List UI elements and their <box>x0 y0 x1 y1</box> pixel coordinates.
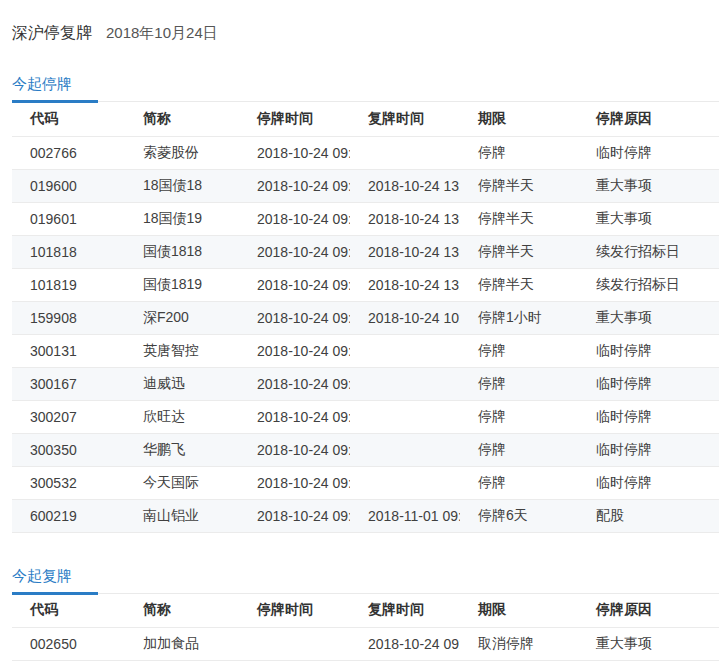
table-cell: 配股 <box>578 499 719 532</box>
table-cell: 2018-10-24 13:00 <box>350 268 460 301</box>
table-row: 002766索菱股份2018-10-24 09:30停牌临时停牌 <box>12 136 719 169</box>
table-cell: 续发行招标日 <box>578 268 719 301</box>
table-cell: 临时停牌 <box>578 466 719 499</box>
table-cell: 停牌半天 <box>460 235 578 268</box>
table-cell: 停牌 <box>460 334 578 367</box>
table-cell: 停牌1小时 <box>460 301 578 334</box>
table-cell: 停牌 <box>460 433 578 466</box>
table-cell: 101819 <box>12 268 125 301</box>
page: 深沪停复牌2018年10月24日 今起停牌 代码简称停牌时间复牌时间期限停牌原因… <box>0 0 719 661</box>
table-cell: 国债1818 <box>125 235 239 268</box>
table-cell: 2018-10-24 09:30 <box>239 433 350 466</box>
table-cell: 002766 <box>12 136 125 169</box>
table-cell: 2018-11-01 09:30 <box>350 499 460 532</box>
table-cell <box>350 400 460 433</box>
table-cell <box>350 433 460 466</box>
table-cell: 今天国际 <box>125 466 239 499</box>
table-cell: 停牌 <box>460 400 578 433</box>
table-row: 002650加加食品2018-10-24 09:30取消停牌重大事项 <box>12 628 719 661</box>
table-row: 600219南山铝业2018-10-24 09:302018-11-01 09:… <box>12 499 719 532</box>
section-resume-today: 今起复牌 代码简称停牌时间复牌时间期限停牌原因 002650加加食品2018-1… <box>0 567 719 662</box>
table-cell: 华鹏飞 <box>125 433 239 466</box>
suspend-tabbar: 今起停牌 <box>12 75 719 102</box>
table-cell: 2018-10-24 13:00 <box>350 169 460 202</box>
table-cell: 临时停牌 <box>578 433 719 466</box>
tab-resume-today[interactable]: 今起复牌 <box>12 568 98 593</box>
resume-table: 代码简称停牌时间复牌时间期限停牌原因 002650加加食品2018-10-24 … <box>12 594 719 662</box>
table-cell <box>350 334 460 367</box>
table-cell: 国债1819 <box>125 268 239 301</box>
table-cell: 停牌 <box>460 466 578 499</box>
table-row: 159908深F2002018-10-24 09:302018-10-24 10… <box>12 301 719 334</box>
table-cell: 停牌6天 <box>460 499 578 532</box>
section-suspend-today: 今起停牌 代码简称停牌时间复牌时间期限停牌原因 002766索菱股份2018-1… <box>0 75 719 533</box>
table-row: 101818国债18182018-10-24 09:302018-10-24 1… <box>12 235 719 268</box>
page-title: 深沪停复牌 <box>12 24 92 41</box>
table-cell: 2018-10-24 13:00 <box>350 202 460 235</box>
table-cell: 18国债18 <box>125 169 239 202</box>
column-header: 期限 <box>460 594 578 628</box>
table-cell: 临时停牌 <box>578 367 719 400</box>
table-cell: 临时停牌 <box>578 334 719 367</box>
column-header: 复牌时间 <box>350 102 460 136</box>
table-cell: 加加食品 <box>125 628 239 661</box>
table-cell: 临时停牌 <box>578 136 719 169</box>
table-cell: 南山铝业 <box>125 499 239 532</box>
column-header: 停牌时间 <box>239 594 350 628</box>
table-cell: 002650 <box>12 628 125 661</box>
table-cell: 欣旺达 <box>125 400 239 433</box>
column-header: 简称 <box>125 594 239 628</box>
table-cell: 2018-10-24 09:30 <box>239 268 350 301</box>
table-cell: 2018-10-24 09:30 <box>239 499 350 532</box>
table-row: 300532今天国际2018-10-24 09:30停牌临时停牌 <box>12 466 719 499</box>
table-cell <box>350 136 460 169</box>
tab-suspend-today[interactable]: 今起停牌 <box>12 76 98 101</box>
table-cell: 019600 <box>12 169 125 202</box>
table-cell: 2018-10-24 09:30 <box>239 235 350 268</box>
table-row: 300167迪威迅2018-10-24 09:30停牌临时停牌 <box>12 367 719 400</box>
table-cell: 深F200 <box>125 301 239 334</box>
column-header: 停牌时间 <box>239 102 350 136</box>
table-row: 01960118国债192018-10-24 09:302018-10-24 1… <box>12 202 719 235</box>
table-cell: 300207 <box>12 400 125 433</box>
resume-tabbar: 今起复牌 <box>12 567 719 594</box>
table-cell: 停牌 <box>460 367 578 400</box>
table-row: 101819国债18192018-10-24 09:302018-10-24 1… <box>12 268 719 301</box>
table-row: 300207欣旺达2018-10-24 09:30停牌临时停牌 <box>12 400 719 433</box>
table-cell: 2018-10-24 09:30 <box>239 169 350 202</box>
column-header: 代码 <box>12 102 125 136</box>
table-cell: 300131 <box>12 334 125 367</box>
table-row: 300350华鹏飞2018-10-24 09:30停牌临时停牌 <box>12 433 719 466</box>
table-cell: 迪威迅 <box>125 367 239 400</box>
table-cell: 停牌半天 <box>460 202 578 235</box>
table-cell: 300350 <box>12 433 125 466</box>
table-cell: 159908 <box>12 301 125 334</box>
table-row: 01960018国债182018-10-24 09:302018-10-24 1… <box>12 169 719 202</box>
table-cell: 2018-10-24 10:30 <box>350 301 460 334</box>
table-cell: 重大事项 <box>578 202 719 235</box>
table-cell: 18国债19 <box>125 202 239 235</box>
table-cell: 600219 <box>12 499 125 532</box>
table-cell: 停牌半天 <box>460 268 578 301</box>
table-cell: 300532 <box>12 466 125 499</box>
table-cell: 2018-10-24 09:30 <box>239 367 350 400</box>
table-cell: 2018-10-24 13:00 <box>350 235 460 268</box>
table-cell: 019601 <box>12 202 125 235</box>
column-header: 期限 <box>460 102 578 136</box>
table-cell: 2018-10-24 09:30 <box>239 334 350 367</box>
column-header: 停牌原因 <box>578 102 719 136</box>
table-cell: 英唐智控 <box>125 334 239 367</box>
table-cell: 2018-10-24 09:30 <box>239 466 350 499</box>
column-header: 代码 <box>12 594 125 628</box>
table-cell: 2018-10-24 09:30 <box>350 628 460 661</box>
table-cell: 2018-10-24 09:30 <box>239 301 350 334</box>
table-cell: 重大事项 <box>578 169 719 202</box>
table-cell: 2018-10-24 09:30 <box>239 202 350 235</box>
column-header: 停牌原因 <box>578 594 719 628</box>
table-header-row: 代码简称停牌时间复牌时间期限停牌原因 <box>12 594 719 628</box>
table-cell: 停牌半天 <box>460 169 578 202</box>
page-date: 2018年10月24日 <box>106 24 218 41</box>
table-cell: 2018-10-24 09:30 <box>239 400 350 433</box>
table-cell: 取消停牌 <box>460 628 578 661</box>
column-header: 复牌时间 <box>350 594 460 628</box>
